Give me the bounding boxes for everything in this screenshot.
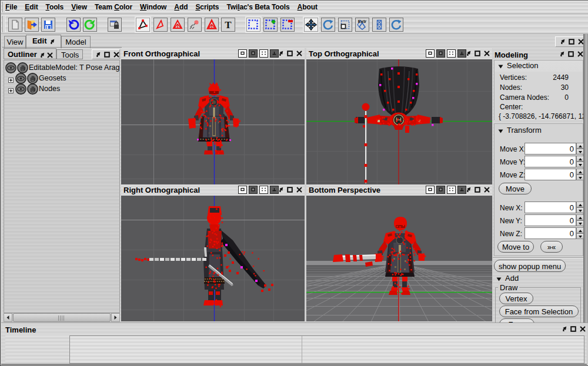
svg-text:T: T <box>225 19 232 31</box>
svg-text:Extr: Extr <box>358 19 367 24</box>
